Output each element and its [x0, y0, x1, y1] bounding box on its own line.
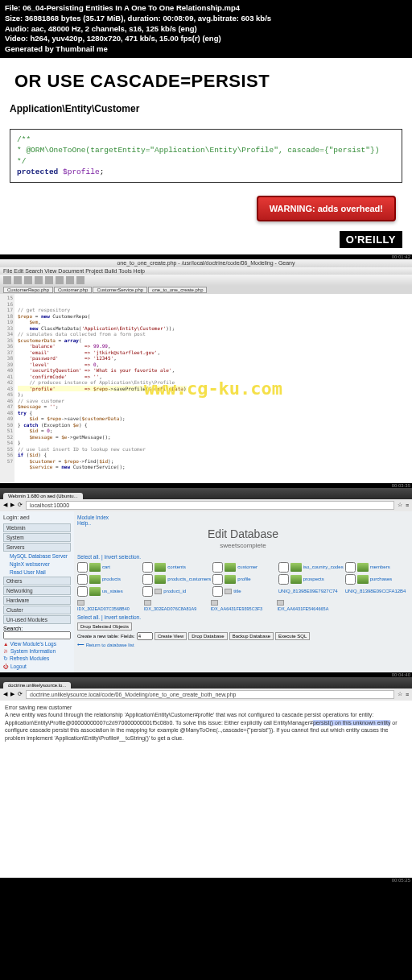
table-item[interactable]: prospects — [278, 574, 344, 585]
logout-icon: ⏻ — [3, 664, 9, 669]
table-checkbox[interactable] — [278, 574, 289, 585]
forward-icon[interactable]: ▶ — [10, 691, 14, 697]
view-item[interactable]: product_id — [142, 586, 211, 597]
table-item[interactable]: products — [77, 574, 141, 585]
table-item[interactable]: customer — [212, 562, 276, 573]
sidebar-item-servers[interactable]: Servers — [3, 543, 71, 552]
browser-tabs: Webmin 1.680 on aed (Ubuntu... — [0, 488, 412, 499]
sidebar-item-networking[interactable]: Networking — [3, 586, 71, 595]
code-line: /** — [17, 134, 395, 145]
url-input[interactable]: doctrine.unlikelysource.local/code/06_Mo… — [26, 690, 394, 699]
drop-database-button[interactable]: Drop Database — [188, 632, 227, 640]
table-checkbox[interactable] — [212, 586, 223, 597]
open-icon[interactable] — [14, 276, 22, 284]
redo-icon[interactable] — [45, 276, 53, 284]
selection-links[interactable]: Select all. | Invert selection. — [77, 614, 409, 620]
view-item[interactable]: title — [212, 586, 276, 597]
star-icon[interactable]: ☆ — [398, 691, 402, 697]
create-view-button[interactable]: Create View — [154, 632, 187, 640]
browser-tabs: doctrine.unlikelysource.lo... — [0, 677, 412, 688]
fields-input[interactable] — [137, 632, 153, 640]
info-icon: ⛭ — [3, 648, 9, 654]
table-checkbox[interactable] — [77, 586, 88, 597]
table-checkbox[interactable] — [278, 562, 289, 573]
star-icon[interactable]: ☆ — [398, 502, 402, 508]
table-item[interactable]: members — [345, 562, 409, 573]
view-logs-link[interactable]: ▲View Module's Logs — [3, 641, 71, 647]
table-checkbox[interactable] — [142, 586, 153, 597]
index-item[interactable]: IDX_302EAD07C3568B40 — [77, 600, 142, 611]
system-info-link[interactable]: ⛭System Information — [3, 648, 71, 654]
sidebar-item-unused[interactable]: Un-used Modules — [3, 615, 71, 624]
url-input[interactable]: localhost:10000 — [26, 501, 394, 510]
sidebar-item-others[interactable]: Others — [3, 577, 71, 585]
table-checkbox[interactable] — [77, 574, 88, 585]
quit-icon[interactable] — [76, 276, 84, 284]
table-checkbox[interactable] — [212, 562, 223, 573]
index-item[interactable]: UNIQ_81398E09CCFA12B4 — [345, 586, 409, 597]
create-table-label: Create a new table: — [77, 634, 119, 639]
table-checkbox[interactable] — [77, 562, 88, 573]
table-checkbox[interactable] — [142, 562, 153, 573]
new-icon[interactable] — [3, 276, 11, 284]
sidebar-item-system[interactable]: System — [3, 533, 71, 542]
back-icon[interactable]: ◀ — [3, 502, 7, 508]
audio-line: Audio: aac, 48000 Hz, 2 channels, s16, 1… — [5, 24, 407, 35]
refresh-link[interactable]: ↻Refresh Modules — [3, 655, 71, 662]
table-checkbox[interactable] — [345, 574, 356, 585]
sidebar-item-cluster[interactable]: Cluster — [3, 606, 71, 614]
sidebar-item-webmin[interactable]: Webmin — [3, 523, 71, 532]
code-line: */ — [17, 156, 395, 167]
ide-tab[interactable]: CustomerRepo.php — [3, 287, 53, 293]
run-icon[interactable] — [56, 276, 64, 284]
browser-tab[interactable]: doctrine.unlikelysource.lo... — [3, 682, 71, 688]
execute-sql-button[interactable]: Execute SQL — [275, 632, 310, 640]
table-item[interactable]: iso_country_codes — [278, 562, 344, 573]
code-editor[interactable]: // get respository $repo = new CustomerR… — [14, 294, 412, 483]
table-checkbox[interactable] — [142, 574, 153, 585]
index-item[interactable]: UNIQ_81398E09E7927C74 — [278, 586, 344, 597]
return-link[interactable]: ⟵ Return to database list — [77, 642, 409, 647]
browser-tab[interactable]: Webmin 1.680 on aed (Ubuntu... — [3, 493, 83, 499]
menu-icon[interactable]: ≡ — [406, 692, 409, 697]
sidebar-item-nginx[interactable]: NgInX webserver — [3, 560, 71, 568]
folder-icon — [154, 563, 166, 572]
build-icon[interactable] — [66, 276, 74, 284]
index-item[interactable]: IDX_302EAD076C8A81A9 — [144, 600, 209, 611]
ide-menu[interactable]: File Edit Search View Document Project B… — [0, 267, 412, 275]
index-item[interactable]: IDX_AA6431FE5464665A — [277, 600, 342, 611]
table-item[interactable]: purchases — [345, 574, 409, 585]
table-checkbox[interactable] — [212, 574, 223, 585]
reload-icon[interactable]: ⟳ — [18, 691, 23, 697]
table-item[interactable]: cart — [77, 562, 141, 573]
help-link[interactable]: Help.. — [77, 520, 91, 526]
sidebar-item-mysql[interactable]: MySQL Database Server — [3, 552, 71, 560]
index-item[interactable]: IDX_AA6431FE9395C3F3 — [211, 600, 276, 611]
page-title: Edit Database — [77, 527, 409, 540]
timecode: 00:05:25 — [0, 878, 412, 883]
selection-links[interactable]: Select all. | Invert selection. — [77, 554, 409, 560]
undo-icon[interactable] — [35, 276, 43, 284]
table-checkbox[interactable] — [345, 562, 356, 573]
ide-tab[interactable]: Customer.php — [54, 287, 92, 293]
table-item[interactable]: us_states — [77, 586, 141, 597]
backup-database-button[interactable]: Backup Database — [229, 632, 274, 640]
gutter: 15 16 17 18 19 33 34 35 36 37 38 39 40 4… — [0, 294, 14, 483]
ide-tab[interactable]: CustomerService.php — [93, 287, 147, 293]
forward-icon[interactable]: ▶ — [10, 502, 14, 508]
table-item[interactable]: products_customers — [142, 574, 211, 585]
module-index-link[interactable]: Module Index — [77, 515, 109, 520]
table-item[interactable]: profile — [212, 574, 276, 585]
back-icon[interactable]: ◀ — [3, 691, 7, 697]
menu-icon[interactable]: ≡ — [406, 502, 409, 508]
reload-icon[interactable]: ⟳ — [18, 502, 23, 508]
sidebar-item-hardware[interactable]: Hardware — [3, 596, 71, 605]
save-icon[interactable] — [24, 276, 32, 284]
table-item[interactable]: contents — [142, 562, 211, 573]
sidebar-item-mail[interactable]: Read User Mail — [3, 569, 71, 576]
drop-selected-button[interactable]: Drop Selected Objects — [77, 622, 132, 631]
ide-tab[interactable]: one_to_one_create.php — [148, 287, 207, 293]
logout-link[interactable]: ⏻Logout — [3, 664, 71, 669]
search-input[interactable] — [3, 631, 71, 639]
slide-subtitle: Application\Entity\Customer — [10, 103, 402, 114]
